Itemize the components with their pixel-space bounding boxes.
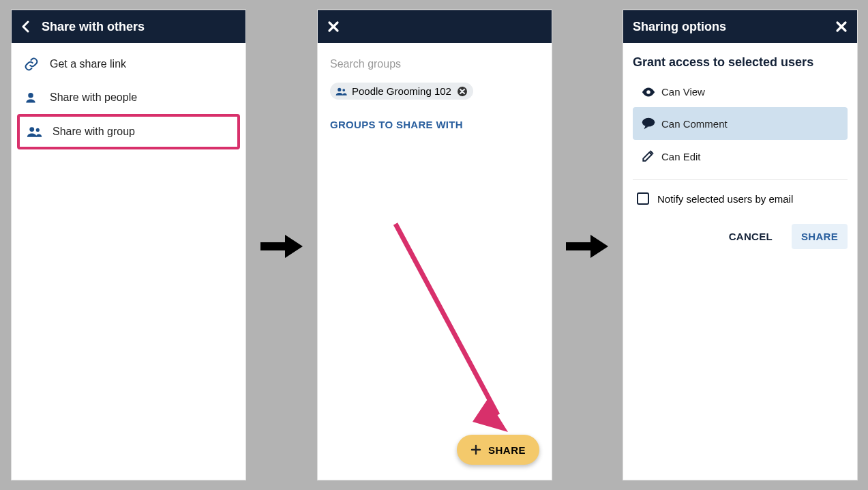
edit-icon <box>641 149 661 163</box>
share-menu-list: Get a share link Share with people Share… <box>12 43 245 154</box>
svg-point-2 <box>36 128 40 132</box>
fab-label: SHARE <box>488 444 526 456</box>
search-groups-input[interactable] <box>330 54 539 74</box>
notify-row[interactable]: Notify selected users by email <box>633 187 848 210</box>
plus-icon <box>470 444 481 455</box>
share-people-item[interactable]: Share with people <box>12 81 245 114</box>
notify-label: Notify selected users by email <box>657 193 793 205</box>
sharing-options-panel: Sharing options Grant access to selected… <box>623 10 858 480</box>
share-people-label: Share with people <box>50 91 137 104</box>
svg-point-5 <box>342 89 345 91</box>
link-icon <box>24 57 43 72</box>
panel1-title: Share with others <box>42 20 145 34</box>
share-with-others-panel: Share with others Get a share link Share… <box>11 10 246 480</box>
group-icon <box>27 125 46 139</box>
option-edit-label: Can Edit <box>661 151 701 162</box>
selected-group-chip[interactable]: Poodle Grooming 102 <box>330 83 473 100</box>
groups-section-label: GROUPS TO SHARE WITH <box>318 104 552 130</box>
eye-icon <box>641 87 661 98</box>
svg-point-4 <box>338 87 341 91</box>
remove-chip-icon[interactable] <box>457 86 468 97</box>
chip-label: Poodle Grooming 102 <box>352 85 451 97</box>
share-link-item[interactable]: Get a share link <box>12 47 245 81</box>
close-icon[interactable] <box>327 20 340 33</box>
flow-arrow-2 <box>563 229 611 263</box>
grant-access-title: Grant access to selected users <box>633 55 848 70</box>
share-group-item[interactable]: Share with group <box>20 117 237 147</box>
option-can-edit[interactable]: Can Edit <box>633 140 848 173</box>
person-icon <box>24 91 43 104</box>
share-fab[interactable]: SHARE <box>457 435 539 465</box>
option-view-label: Can View <box>661 86 705 98</box>
notify-checkbox[interactable] <box>637 192 649 205</box>
svg-point-0 <box>28 93 33 98</box>
highlight-share-group: Share with group <box>17 114 240 149</box>
group-icon <box>335 87 348 96</box>
share-button[interactable]: SHARE <box>792 224 848 249</box>
svg-point-10 <box>642 118 655 127</box>
panel2-header <box>318 10 552 43</box>
search-area: Poodle Grooming 102 <box>318 43 552 104</box>
comment-icon <box>641 117 661 130</box>
panel1-header: Share with others <box>12 10 245 43</box>
panel3-body: Grant access to selected users Can View … <box>623 43 857 261</box>
cancel-button[interactable]: CANCEL <box>719 224 782 249</box>
svg-point-9 <box>646 90 650 94</box>
panel3-header: Sharing options <box>623 10 857 43</box>
divider <box>633 179 848 180</box>
share-link-label: Get a share link <box>50 58 126 70</box>
share-group-label: Share with group <box>53 126 135 138</box>
close-icon[interactable] <box>835 20 848 33</box>
search-groups-panel: Poodle Grooming 102 GROUPS TO SHARE WITH… <box>317 10 552 480</box>
flow-arrow-1 <box>258 229 305 263</box>
option-comment-label: Can Comment <box>661 118 728 130</box>
back-icon[interactable] <box>21 20 31 33</box>
panel3-title: Sharing options <box>633 20 726 34</box>
option-can-view[interactable]: Can View <box>633 76 848 107</box>
svg-point-1 <box>29 127 34 132</box>
action-row: CANCEL SHARE <box>633 224 848 249</box>
option-can-comment[interactable]: Can Comment <box>633 107 848 140</box>
